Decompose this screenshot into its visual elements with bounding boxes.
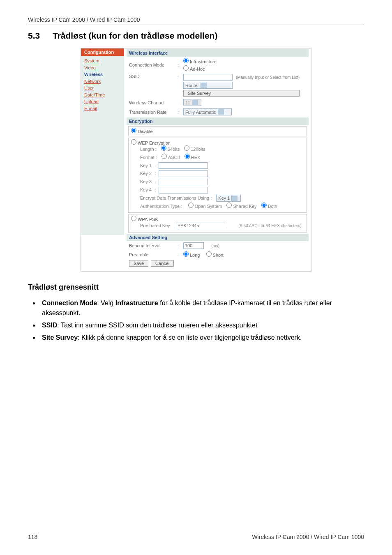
wireless-channel-select[interactable]: 11 [183,99,201,106]
beacon-interval-label: Beacon Interval [129,243,175,248]
page-footer: 118 Wireless IP Cam 2000 / Wired IP Cam … [28,534,364,540]
beacon-unit: (ms) [211,244,219,248]
sidebar-item-video[interactable]: Video [84,64,121,71]
connection-mode-row: Connection Mode : Infrastructure Ad-Hoc [127,57,309,73]
ssid-row: SSID : (Manually Input or Select from Li… [127,73,309,98]
radio-hex[interactable]: HEX [184,154,201,162]
radio-64bits[interactable]: 64bits [161,145,180,154]
site-survey-button[interactable]: Site Survey [183,90,300,97]
sidebar-item-upload[interactable]: Upload [84,98,121,105]
key4-label: Key 4 [140,186,152,194]
subsection-title: Trådløst grensesnitt [28,283,364,292]
beacon-interval-row: Beacon Interval : 100 (ms) [127,241,309,250]
bullet-site-survey: Site Survey: Klikk på denne knappen for … [39,333,364,343]
key2-input[interactable] [159,170,208,177]
encrypt-using-label: Encrypt Data Transmissions Using : [140,194,212,203]
radio-short[interactable]: Short [206,251,224,258]
preshared-key-input[interactable]: PSK12345 [176,223,225,229]
radio-wpa-psk[interactable]: WPA-PSK [131,217,158,222]
advanced-setting-header: Advanced Setting [127,234,309,241]
key2-label: Key 2 [140,170,152,178]
page-number: 118 [28,534,37,540]
sidebar-item-network[interactable]: Network [84,78,121,85]
key4-input[interactable] [159,187,208,193]
section-number: 5.3 [28,31,53,41]
colon: : [178,252,181,257]
sidebar-item-email[interactable]: E-mail [84,105,121,112]
preamble-label: Preamble [129,252,175,257]
sidebar-menu: System Video Wireless Network User Date/… [81,56,124,235]
encryption-wep-group: WEP Encryption Length : 64bits 128bits F… [128,138,307,213]
bullet-strong: Site Survey [42,334,78,341]
wireless-interface-header: Wireless Interface [127,49,309,57]
preamble-row: Preamble : Long Short [127,250,309,259]
bullet-strong: Infrastructure [115,299,158,306]
cancel-button[interactable]: Cancel [151,260,174,267]
encryption-wpa-group: WPA-PSK Preshared Key: PSK12345 (8-63 AS… [128,214,307,233]
sidebar-item-system[interactable]: System [84,58,121,64]
key3-label: Key 3 [140,178,152,186]
transmission-rate-row: Transmission Rate : Fully Automatic [127,107,309,117]
radio-ascii[interactable]: ASCII [161,154,180,162]
radio-shared-key[interactable]: Shared Key [226,203,256,211]
header-product: Wireless IP Cam 2000 / Wired IP Cam 1000 [28,16,364,25]
sidebar: Configuration System Video Wireless Netw… [81,48,124,271]
button-row: Save Cancel [127,259,309,268]
colon: : [178,243,181,248]
sidebar-item-user[interactable]: User [84,85,121,92]
encrypt-using-select[interactable]: Key 1 [216,195,241,202]
key3-input[interactable] [159,179,208,185]
colon: : [178,74,181,79]
colon: : [178,62,181,67]
radio-open-system[interactable]: Open System [188,203,222,211]
transmission-rate-select[interactable]: Fully Automatic [183,108,232,115]
section-heading: 5.3 Trådløst (kun for den trådløse model… [28,31,364,41]
bullet-strong: SSID [42,322,57,329]
sidebar-item-datetime[interactable]: Date/Time [84,92,121,99]
sidebar-tab[interactable]: Configuration [81,48,124,56]
sidebar-item-wireless[interactable]: Wireless [84,71,121,78]
colon: : [178,100,181,105]
ssid-dropdown[interactable]: Router [183,82,233,89]
ssid-note: (Manually Input or Select from List) [236,75,300,80]
wep-length-label: Length : [140,145,157,154]
connection-mode-label: Connection Mode [129,62,175,67]
auth-type-label: Authentication Type : [140,203,182,211]
ssid-label: SSID [129,74,175,79]
colon: : [178,110,181,115]
encryption-header: Encryption [127,117,309,125]
ssid-input[interactable] [183,74,233,81]
encryption-disable-group: Disable [128,126,307,136]
transmission-rate-label: Transmission Rate [129,110,175,115]
bullet-strong: Connection Mode [42,299,97,306]
radio-128bits[interactable]: 128bits [184,145,205,154]
bullet-connection-mode: Connection Mode: Velg Infrastructure for… [39,298,364,318]
content-panel: Wireless Interface Connection Mode : Inf… [124,48,311,271]
radio-disable[interactable]: Disable [131,129,153,134]
footer-product: Wireless IP Cam 2000 / Wired IP Cam 1000 [252,534,364,540]
beacon-interval-input[interactable]: 100 [183,242,204,249]
wep-format-label: Format : [140,154,157,162]
config-screenshot: Configuration System Video Wireless Netw… [81,48,311,272]
save-button[interactable]: Save [129,260,148,267]
section-title-text: Trådløst (kun for den trådløse modellen) [53,31,217,41]
radio-adhoc[interactable]: Ad-Hoc [183,65,217,71]
bullet-list: Connection Mode: Velg Infrastructure for… [30,298,364,343]
key1-input[interactable] [159,162,208,169]
radio-long[interactable]: Long [183,251,200,258]
preshared-note: (8-63 ASCII or 64 HEX characters) [238,222,301,230]
wireless-channel-row: Wireless Channel : 11 [127,98,309,107]
radio-wep[interactable]: WEP Encryption [131,140,171,145]
bullet-ssid: SSID: Tast inn samme SSID som den trådlø… [39,320,364,330]
preshared-key-label: Preshared Key: [140,222,171,230]
key1-label: Key 1 [140,162,152,170]
wireless-channel-label: Wireless Channel [129,100,175,105]
radio-both[interactable]: Both [261,203,277,211]
radio-infrastructure[interactable]: Infrastructure [183,58,217,64]
